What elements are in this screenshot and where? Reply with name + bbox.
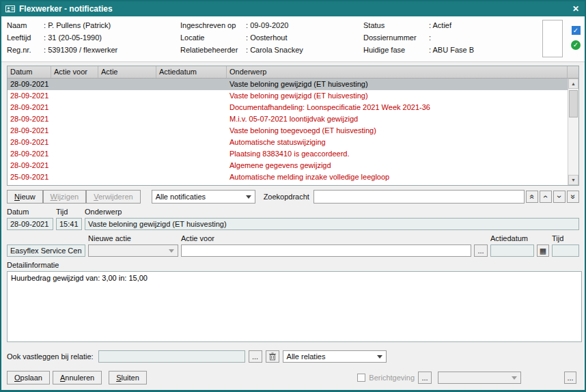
nieuwe-actie-label: Nieuwe actie xyxy=(88,234,178,243)
verwijderen-button[interactable]: Verwijderen xyxy=(86,190,140,204)
cell-onderwerp: Vaste beloning toegevoegd (ET huisvestin… xyxy=(227,125,568,137)
cell-datum: 28-09-2021 xyxy=(8,113,51,125)
scroll-up-icon[interactable]: ▲ xyxy=(568,79,578,89)
relatie-filter-select[interactable]: Alle relaties xyxy=(283,350,387,363)
annuleren-button[interactable]: Annuleren xyxy=(53,371,102,384)
relatie-row: Ook vastleggen bij relatie: ... Alle rel… xyxy=(7,350,579,363)
relatie-browse-button[interactable]: ... xyxy=(249,350,262,363)
cell-actiedatum xyxy=(156,171,227,183)
column-header-actie[interactable]: Actie xyxy=(98,66,156,78)
datum-field: 28-09-2021 xyxy=(7,218,53,230)
cell-onderwerp: Automatische melding inzake volledige le… xyxy=(227,171,568,183)
table-row[interactable]: 28-09-2021M.i.v. 05-07-2021 loontijdvak … xyxy=(8,113,568,125)
dossiernummer-value xyxy=(429,33,433,42)
column-header-actiedatum[interactable]: Actiedatum xyxy=(156,66,227,78)
cell-actievoor xyxy=(51,90,98,102)
onderwerp-label: Onderwerp xyxy=(85,208,579,216)
ingeschreven-value: 09-09-2020 xyxy=(246,20,288,30)
actie-voor-browse-button[interactable]: ... xyxy=(474,244,488,257)
berichtgeving-select[interactable] xyxy=(438,372,521,384)
flexwerker-notificaties-window: Flexwerker - notificaties ✕ NaamP. Pulle… xyxy=(0,0,586,392)
huidige-fase-label: Huidige fase xyxy=(363,45,429,55)
table-row[interactable]: 28-09-2021Algemene gegevens gewijzigd xyxy=(8,160,568,171)
header-column-2: Ingeschreven op09-09-2020 LocatieOosterh… xyxy=(180,20,363,59)
tijd2-label: Tijd xyxy=(552,234,579,243)
form-labels-row-2: Nieuwe actie Actie voor Actiedatum Tijd xyxy=(7,234,579,243)
cell-actievoor xyxy=(51,79,98,90)
calendar-icon[interactable]: ▦ xyxy=(537,244,549,257)
header-status-icons: ✓ ✓ xyxy=(571,26,581,50)
table-row[interactable]: 28-09-2021Vaste beloning toegevoegd (ET … xyxy=(8,125,568,137)
huidige-fase-value: ABU Fase B xyxy=(429,45,474,55)
table-body: 28-09-2021Vaste beloning gewijzigd (ET h… xyxy=(8,79,568,185)
table-row[interactable]: 28-09-2021Plaatsing 8383410 is geaccorde… xyxy=(8,148,568,160)
table-row[interactable]: 28-09-2021Documentafhandeling: Loonspeci… xyxy=(8,102,568,113)
berichtgeving-checkbox[interactable] xyxy=(357,374,365,382)
nieuwe-actie-select[interactable] xyxy=(88,244,178,257)
column-header-datum[interactable]: Datum xyxy=(8,66,51,78)
form-fields-row-2: Easyflex Service Cen ... ▦ xyxy=(7,244,579,257)
actie-voor-label: Actie voor xyxy=(181,234,471,243)
form-fields-row-1: 28-09-2021 15:41 Vaste beloning gewijzig… xyxy=(7,218,579,230)
scroll-next-button[interactable]: › xyxy=(553,191,566,203)
photo-placeholder xyxy=(542,20,563,57)
table-row[interactable]: 28-09-2021Vaste beloning gewijzigd (ET h… xyxy=(8,90,568,102)
opslaan-button[interactable]: Opslaan xyxy=(7,371,50,384)
cell-actie xyxy=(98,171,156,183)
table-row[interactable]: 28-09-2021Vaste beloning gewijzigd (ET h… xyxy=(8,79,568,90)
header-column-1: NaamP. Pullens (Patrick) Leeftijd31 (20-… xyxy=(7,20,180,59)
table-row[interactable]: 28-09-2021Automatische statuswijziging xyxy=(8,137,568,148)
cell-actiedatum xyxy=(156,160,227,171)
detailinformatie-textarea[interactable]: Huurbedrag gewijzigd van: 3,00 in: 15,00 xyxy=(7,271,582,342)
close-icon[interactable]: ✕ xyxy=(572,4,579,14)
tijd-field: 15:41 xyxy=(56,218,82,230)
actie-bron-field: Easyflex Service Cen xyxy=(7,244,85,257)
cell-actievoor xyxy=(51,148,98,160)
actiedatum-field[interactable] xyxy=(490,244,534,257)
cell-actievoor xyxy=(51,160,98,171)
locatie-label: Locatie xyxy=(180,33,246,42)
notificatie-filter-select[interactable]: Alle notificaties xyxy=(152,190,255,204)
tijd2-field[interactable] xyxy=(552,244,579,257)
wijzigen-button[interactable]: Wijzigen xyxy=(43,190,87,204)
cell-actiedatum xyxy=(156,148,227,160)
scroll-prev-button[interactable]: ‹ xyxy=(540,191,552,203)
cell-actie xyxy=(98,137,156,148)
cell-actie xyxy=(98,148,156,160)
table-row[interactable]: 25-09-2021Automatische melding inzake vo… xyxy=(8,171,568,183)
cell-actiedatum xyxy=(156,113,227,125)
nieuw-button[interactable]: Nieuw xyxy=(7,190,43,204)
cell-actiedatum xyxy=(156,125,227,137)
scroll-first-button[interactable]: « xyxy=(526,191,538,203)
footer-mini-browse-button[interactable]: ... xyxy=(564,372,576,384)
column-header-actie-voor[interactable]: Actie voor xyxy=(51,66,98,78)
cell-actie xyxy=(98,90,156,102)
berichtgeving-browse-button[interactable]: ... xyxy=(418,372,432,384)
table-header: Datum Actie voor Actie Actiedatum Onderw… xyxy=(8,66,578,79)
cell-actie xyxy=(98,113,156,125)
chevron-down-icon xyxy=(512,376,517,380)
footer-bar: Opslaan Annuleren Sluiten Berichtgeving … xyxy=(7,371,579,384)
dossiernummer-label: Dossiernummer xyxy=(363,33,429,42)
cell-datum: 25-09-2021 xyxy=(8,171,51,183)
chevron-down-nav-icon: › xyxy=(556,195,563,198)
cell-datum: 28-09-2021 xyxy=(8,79,51,90)
trash-icon[interactable] xyxy=(266,350,279,363)
status-label: Status xyxy=(363,20,429,30)
scrollbar-thumb[interactable] xyxy=(569,90,578,117)
notificatie-filter-value: Alle notificaties xyxy=(156,193,206,201)
search-input[interactable] xyxy=(313,190,525,204)
relatie-field[interactable] xyxy=(98,350,245,363)
sluiten-button[interactable]: Sluiten xyxy=(109,371,147,384)
cell-datum: 28-09-2021 xyxy=(8,137,51,148)
naam-label: Naam xyxy=(7,20,44,30)
header-checkbox[interactable]: ✓ xyxy=(572,26,581,35)
vertical-scrollbar[interactable]: ▲ ▼ xyxy=(568,79,578,185)
scroll-down-icon[interactable]: ▼ xyxy=(568,175,578,185)
tijd-label: Tijd xyxy=(56,208,82,216)
cell-actie xyxy=(98,125,156,137)
column-header-onderwerp[interactable]: Onderwerp xyxy=(227,66,568,78)
actie-voor-input[interactable] xyxy=(181,244,471,257)
chevron-down-icon xyxy=(169,249,174,253)
scroll-last-button[interactable]: » xyxy=(567,191,579,203)
